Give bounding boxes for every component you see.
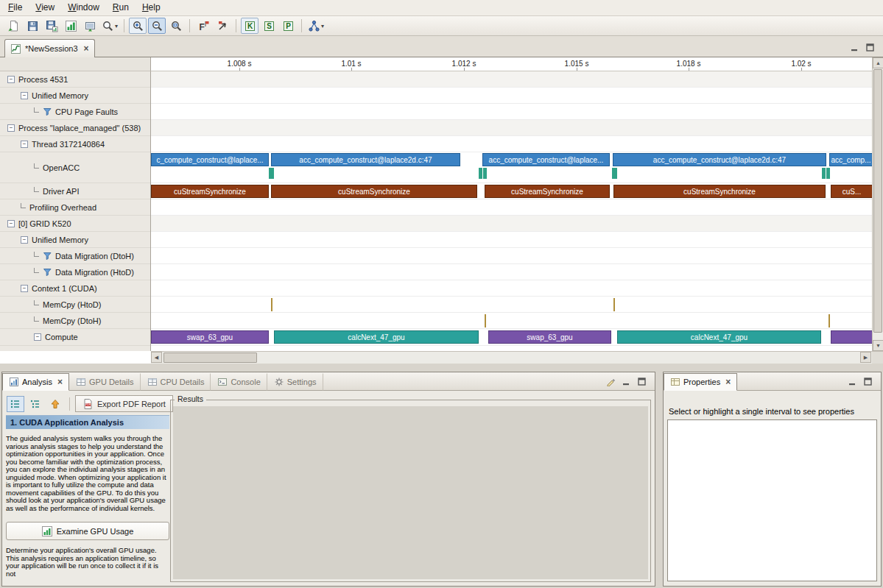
session-tab-close-icon[interactable]: × (84, 43, 89, 54)
scroll-down-icon[interactable]: ▼ (873, 340, 883, 351)
menu-view[interactable]: View (29, 0, 61, 15)
interval-openacc[interactable]: acc_compute_construct@laplace2d.c:47 (271, 153, 460, 166)
collapse-icon[interactable]: − (21, 236, 28, 244)
interval-compute[interactable] (831, 330, 873, 344)
export-timeline-button[interactable] (81, 18, 99, 34)
horizontal-scroll-thumb[interactable] (163, 353, 257, 363)
interval-driver-api[interactable]: cuStreamSynchronize (485, 185, 610, 198)
tree-row-process-laplace-managed-538[interactable]: −Process "laplace_managed" (538) (0, 120, 150, 136)
tree-row-unified-memory[interactable]: −Unified Memory (0, 232, 150, 248)
collapse-icon[interactable]: − (21, 285, 28, 292)
scroll-left-icon[interactable]: ◀ (151, 352, 162, 363)
tree-row-thread-3172140864[interactable]: −Thread 3172140864 (0, 136, 150, 152)
interval-driver-api[interactable]: cuS... (831, 185, 873, 198)
menu-window[interactable]: Window (61, 0, 106, 15)
stream-timeline-toggle-button[interactable]: S (260, 18, 278, 34)
unguided-analysis-mode-button[interactable] (27, 396, 44, 412)
tree-row-memcpy-htod[interactable]: MemCpy (HtoD) (0, 297, 150, 313)
tab-close-icon[interactable]: × (57, 377, 63, 387)
tree-row-memcpy-dtoh[interactable]: MemCpy (DtoH) (0, 313, 150, 329)
collapse-icon[interactable]: − (21, 141, 28, 148)
interval-compute[interactable]: calcNext_47_gpu (617, 330, 821, 344)
marker-openacc-markers[interactable] (822, 168, 826, 179)
tree-row-profiling-overhead[interactable]: Profiling Overhead (0, 199, 150, 216)
collapse-icon[interactable]: − (7, 76, 15, 83)
save-session-button[interactable] (24, 18, 41, 34)
interval-driver-api[interactable]: cuStreamSynchronize (151, 185, 269, 198)
collapse-icon[interactable]: − (34, 333, 41, 341)
guided-analysis-mode-button[interactable] (7, 396, 24, 412)
scroll-up-icon[interactable]: ▲ (873, 57, 883, 68)
interval-openacc[interactable]: acc_compute_construct@laplace... (482, 153, 610, 166)
zoom-tool-button[interactable]: ▾ (100, 18, 119, 34)
zoom-tool-dropdown-icon[interactable]: ▾ (115, 23, 118, 29)
timeline-canvas[interactable]: c_compute_construct@laplace...acc_comput… (151, 71, 872, 351)
zoom-out-button[interactable] (148, 18, 166, 34)
show-analysis-chart-button[interactable] (62, 18, 80, 34)
marker-openacc-markers[interactable] (479, 168, 482, 179)
scroll-right-icon[interactable]: ▶ (860, 352, 871, 363)
horizontal-scrollbar[interactable]: ◀ ▶ (151, 351, 883, 364)
view-menu-pencil-icon[interactable] (605, 376, 616, 386)
tree-row-compute[interactable]: −Compute (0, 329, 150, 346)
collapse-icon[interactable]: − (21, 92, 28, 99)
vertical-scrollbar[interactable]: ▲ ▼ (872, 57, 883, 351)
session-tab[interactable]: *NewSession3 × (4, 39, 95, 57)
new-session-button[interactable] (4, 18, 22, 34)
marker-openacc-markers[interactable] (612, 168, 617, 179)
examine-gpu-usage-button[interactable]: Examine GPU Usage (6, 522, 169, 540)
interval-openacc[interactable]: acc_comp... (829, 153, 873, 166)
interval-openacc[interactable]: acc_compute_construct@laplace2d.c:47 (613, 153, 826, 166)
back-up-analysis-button[interactable] (46, 396, 64, 412)
properties-tab-properties[interactable]: Properties× (664, 373, 737, 391)
vertical-scroll-thumb[interactable] (873, 69, 882, 333)
menu-run[interactable]: Run (106, 0, 136, 15)
marker-memcpy-htod[interactable] (613, 298, 615, 311)
marker-memcpy-dtoh[interactable] (829, 314, 830, 327)
tree-row-driver-api[interactable]: Driver API (0, 183, 150, 199)
collapse-icon[interactable]: − (7, 220, 15, 227)
interval-compute[interactable]: swap_63_gpu (488, 330, 611, 344)
marker-openacc-markers[interactable] (826, 168, 830, 179)
tree-row-data-migration-dtoh[interactable]: Data Migration (DtoH) (0, 248, 150, 264)
analysis-tab-cpu-details[interactable]: CPU Details (141, 373, 211, 391)
go-to-flag-button[interactable]: F (194, 18, 212, 34)
run-analysis-button[interactable]: ▾ (306, 18, 326, 34)
analysis-tab-console[interactable]: Console (211, 373, 267, 391)
analysis-tab-settings[interactable]: Settings (267, 373, 323, 391)
tree-row-process-4531[interactable]: −Process 4531 (0, 71, 150, 88)
tab-close-icon[interactable]: × (725, 377, 731, 387)
maximize-icon[interactable] (865, 42, 876, 52)
interval-compute[interactable]: swap_63_gpu (151, 330, 269, 344)
tree-row-0-grid-k520[interactable]: −[0] GRID K520 (0, 216, 150, 232)
export-pdf-report-button[interactable]: PDF Export PDF Report (75, 395, 173, 412)
marker-openacc-markers[interactable] (269, 168, 274, 179)
reset-zoom-button[interactable] (167, 18, 185, 34)
run-analysis-dropdown-icon[interactable]: ▾ (321, 23, 324, 29)
interval-compute[interactable]: calcNext_47_gpu (274, 330, 479, 344)
menu-file[interactable]: File (1, 0, 29, 15)
tree-row-data-migration-htod[interactable]: Data Migration (HtoD) (0, 264, 150, 280)
interval-openacc[interactable]: c_compute_construct@laplace... (151, 153, 269, 166)
kernel-timeline-toggle-button[interactable]: K (241, 18, 258, 34)
maximize-icon[interactable] (636, 376, 647, 386)
analysis-tab-gpu-details[interactable]: GPU Details (69, 373, 141, 391)
minimize-icon[interactable] (849, 42, 860, 52)
minimize-icon[interactable] (621, 376, 632, 386)
marker-memcpy-htod[interactable] (271, 298, 272, 311)
previous-flag-button[interactable] (214, 18, 231, 34)
menu-help[interactable]: Help (136, 0, 167, 15)
analysis-tab-analysis[interactable]: Analysis× (2, 373, 69, 391)
zoom-in-button[interactable] (129, 18, 147, 34)
tree-row-unified-memory[interactable]: −Unified Memory (0, 88, 150, 104)
tree-row-cpu-page-faults[interactable]: CPU Page Faults (0, 104, 150, 120)
tree-row-context-1-cuda[interactable]: −Context 1 (CUDA) (0, 280, 150, 297)
marker-openacc-markers[interactable] (483, 168, 487, 179)
maximize-icon[interactable] (862, 376, 873, 386)
marker-memcpy-dtoh[interactable] (485, 314, 486, 327)
minimize-icon[interactable] (847, 376, 858, 386)
process-timeline-toggle-button[interactable]: P (279, 18, 297, 34)
interval-driver-api[interactable]: cuStreamSynchronize (613, 185, 826, 198)
save-timeline-button[interactable] (43, 18, 60, 34)
interval-driver-api[interactable]: cuStreamSynchronize (271, 185, 477, 198)
